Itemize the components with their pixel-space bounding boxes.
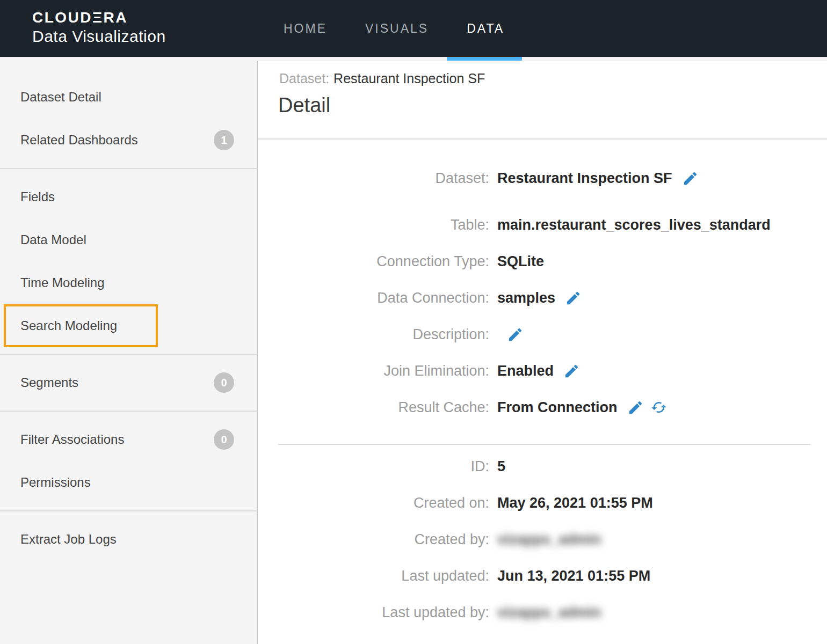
count-badge: 0 bbox=[214, 429, 234, 450]
detail-row-description: Description: bbox=[258, 325, 827, 343]
sidebar-group-segments: Segments 0 bbox=[0, 355, 257, 412]
tab-home[interactable]: HOME bbox=[284, 21, 327, 36]
sidebar-item-label: Fields bbox=[20, 189, 55, 204]
field-label: Connection Type: bbox=[258, 253, 497, 270]
sidebar-item-extract-job-logs[interactable]: Extract Job Logs bbox=[0, 518, 257, 561]
field-label: Join Elimination: bbox=[258, 363, 497, 379]
detail-row-join-elimination: Join Elimination: Enabled bbox=[258, 362, 827, 380]
logo-product-name: Data Visualization bbox=[32, 27, 166, 46]
field-value: SQLite bbox=[497, 253, 544, 270]
tab-underline-track bbox=[0, 57, 827, 61]
field-value: Restaurant Inspection SF bbox=[497, 170, 672, 187]
main-nav: HOME VISUALS DATA bbox=[284, 0, 504, 57]
field-label: Created by: bbox=[258, 531, 497, 548]
refresh-icon[interactable] bbox=[651, 399, 667, 415]
breadcrumb-label: Dataset: bbox=[279, 71, 329, 86]
sidebar-item-label: Filter Associations bbox=[20, 432, 124, 447]
field-value: From Connection bbox=[497, 399, 618, 416]
field-value: 5 bbox=[497, 458, 505, 475]
sidebar-group-access: Filter Associations 0 Permissions bbox=[0, 412, 257, 511]
field-label: Last updated by: bbox=[258, 604, 497, 621]
field-value: Enabled bbox=[497, 363, 554, 379]
edit-icon[interactable] bbox=[627, 399, 644, 416]
sidebar-item-label: Dataset Detail bbox=[20, 90, 101, 105]
field-label: Created on: bbox=[258, 495, 497, 511]
detail-row-result-cache: Result Cache: From Connection bbox=[258, 398, 827, 416]
field-label: ID: bbox=[258, 458, 497, 475]
detail-row-created-by: Created by: vizapps_admin bbox=[258, 530, 827, 548]
logo-wordmark: CLOUDΞRA bbox=[32, 9, 166, 26]
field-value: Jun 13, 2021 01:55 PM bbox=[497, 568, 650, 584]
sidebar-item-label: Data Model bbox=[20, 232, 86, 247]
sidebar-item-label: Time Modeling bbox=[20, 275, 105, 290]
field-value-blurred: vizapps_admin bbox=[497, 531, 601, 548]
dataset-metadata-section: ID: 5 Created on: May 26, 2021 01:55 PM … bbox=[258, 445, 827, 621]
field-label: Last updated: bbox=[258, 568, 497, 584]
sidebar-item-dataset-detail[interactable]: Dataset Detail bbox=[0, 76, 257, 119]
edit-icon[interactable] bbox=[682, 170, 699, 187]
sidebar-item-time-modeling[interactable]: Time Modeling bbox=[0, 261, 257, 304]
sidebar: Dataset Detail Related Dashboards 1 Fiel… bbox=[0, 61, 258, 644]
sidebar-item-search-modeling[interactable]: Search Modeling bbox=[0, 304, 257, 347]
sidebar-group-overview: Dataset Detail Related Dashboards 1 bbox=[0, 69, 257, 169]
sidebar-item-label: Related Dashboards bbox=[20, 133, 138, 148]
detail-row-created-on: Created on: May 26, 2021 01:55 PM bbox=[258, 494, 827, 512]
field-value-blurred: vizapps_admin bbox=[497, 604, 601, 621]
breadcrumb: Dataset:Restaurant Inspection SF bbox=[258, 61, 827, 86]
field-value: main.restaurant_scores_lives_standard bbox=[497, 217, 771, 233]
field-value: samples bbox=[497, 290, 555, 306]
edit-icon[interactable] bbox=[563, 363, 580, 379]
edit-icon[interactable] bbox=[565, 290, 582, 306]
breadcrumb-value: Restaurant Inspection SF bbox=[333, 71, 485, 86]
count-badge: 1 bbox=[214, 130, 234, 150]
field-value: May 26, 2021 01:55 PM bbox=[497, 495, 653, 511]
sidebar-item-label: Permissions bbox=[20, 475, 91, 490]
page-title: Detail bbox=[278, 94, 827, 117]
sidebar-item-label: Search Modeling bbox=[20, 318, 117, 333]
main-content: Dataset:Restaurant Inspection SF Detail … bbox=[258, 61, 827, 644]
top-navbar: CLOUDΞRA Data Visualization HOME VISUALS… bbox=[0, 0, 827, 57]
tab-data[interactable]: DATA bbox=[467, 21, 504, 36]
detail-row-id: ID: 5 bbox=[258, 457, 827, 475]
sidebar-item-filter-associations[interactable]: Filter Associations 0 bbox=[0, 418, 257, 461]
detail-row-connection-type: Connection Type: SQLite bbox=[258, 252, 827, 270]
sidebar-group-modeling: Fields Data Model Time Modeling Search M… bbox=[0, 169, 257, 355]
detail-row-last-updated-by: Last updated by: vizapps_admin bbox=[258, 603, 827, 621]
active-tab-underline bbox=[447, 57, 522, 61]
field-label: Data Connection: bbox=[258, 290, 497, 306]
detail-row-last-updated: Last updated: Jun 13, 2021 01:55 PM bbox=[258, 567, 827, 585]
sidebar-group-logs: Extract Job Logs bbox=[0, 511, 257, 567]
detail-row-table: Table: main.restaurant_scores_lives_stan… bbox=[258, 216, 827, 234]
sidebar-item-data-model[interactable]: Data Model bbox=[0, 218, 257, 261]
sidebar-item-label: Segments bbox=[20, 375, 78, 390]
count-badge: 0 bbox=[214, 372, 234, 393]
edit-icon[interactable] bbox=[507, 326, 524, 343]
detail-row-dataset: Dataset: Restaurant Inspection SF bbox=[258, 169, 827, 187]
tab-visuals[interactable]: VISUALS bbox=[365, 21, 429, 36]
field-label: Description: bbox=[258, 326, 497, 343]
field-label: Dataset: bbox=[258, 170, 497, 187]
sidebar-item-label: Extract Job Logs bbox=[20, 532, 117, 547]
field-label: Table: bbox=[258, 217, 497, 233]
dataset-properties-section: Dataset: Restaurant Inspection SF Table:… bbox=[258, 140, 827, 416]
sidebar-item-permissions[interactable]: Permissions bbox=[0, 461, 257, 504]
sidebar-item-related-dashboards[interactable]: Related Dashboards 1 bbox=[0, 119, 257, 162]
sidebar-item-fields[interactable]: Fields bbox=[0, 175, 257, 218]
sidebar-item-segments[interactable]: Segments 0 bbox=[0, 361, 257, 404]
cloudera-logo[interactable]: CLOUDΞRA Data Visualization bbox=[32, 9, 166, 46]
field-label: Result Cache: bbox=[258, 399, 497, 416]
detail-row-data-connection: Data Connection: samples bbox=[258, 289, 827, 307]
